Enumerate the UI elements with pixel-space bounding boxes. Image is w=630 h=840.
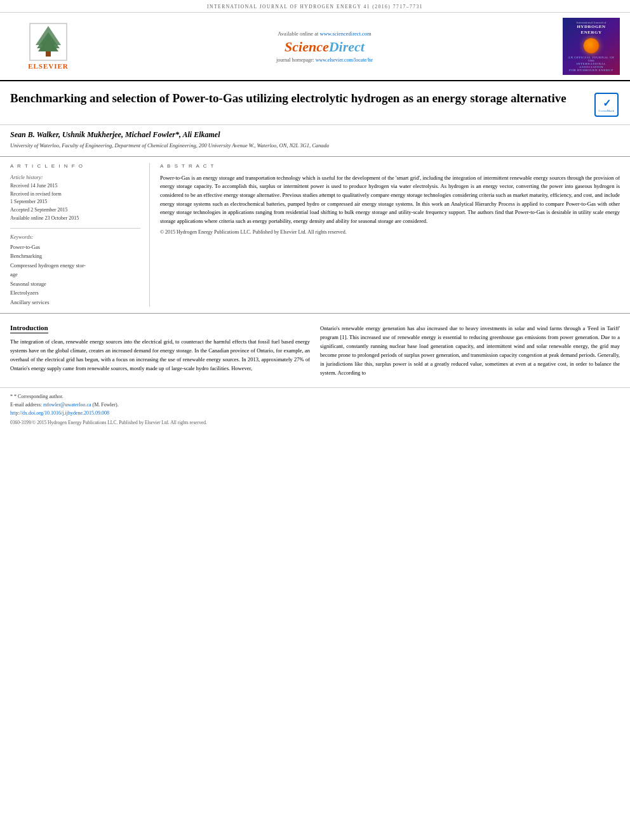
keyword-seasonal-storage: Seasonal storage xyxy=(10,279,140,288)
keyword-compressed-hydrogen: Compressed hydrogen energy stor-age xyxy=(10,261,140,279)
crossmark-badge[interactable]: ✓ CrossMark xyxy=(594,93,620,118)
svg-rect-4 xyxy=(46,51,51,57)
keyword-ancillary-services: Ancillary services xyxy=(10,298,140,307)
journal-header: INTERNATIONAL JOURNAL OF HYDROGEN ENERGY… xyxy=(0,0,630,13)
introduction-right-text: Ontario's renewable energy generation ha… xyxy=(320,324,620,377)
crossmark-label: CrossMark xyxy=(599,109,615,112)
abstract-section-label: A B S T R A C T xyxy=(160,163,620,169)
article-title: Benchmarking and selection of Power-to-G… xyxy=(10,90,588,107)
keyword-power-to-gas: Power-to-Gas xyxy=(10,243,140,251)
publisher-header: ELSEVIER Available online at www.science… xyxy=(0,13,630,81)
cover-orb-graphic xyxy=(584,38,599,53)
doi-line: http://dx.doi.org/10.1016/j.ijhydene.201… xyxy=(10,410,620,418)
email-person: (M. Fowler). xyxy=(93,402,119,408)
page-footer: * * Corresponding author. E-mail address… xyxy=(0,387,630,429)
doi-link[interactable]: http://dx.doi.org/10.1016/j.ijhydene.201… xyxy=(10,410,109,416)
sciencedirect-logo: ScienceDirect xyxy=(86,39,563,55)
elsevier-wordmark: ELSEVIER xyxy=(28,62,69,70)
keywords-label: Keywords: xyxy=(10,234,140,240)
abstract-copyright: © 2015 Hydrogen Energy Publications LLC.… xyxy=(160,229,620,235)
email-label: E-mail address: xyxy=(10,402,42,408)
abstract-column: A B S T R A C T Power-to-Gas is an energ… xyxy=(160,163,620,307)
footer-copyright: 0360-3199/© 2015 Hydrogen Energy Publica… xyxy=(10,420,620,425)
article-info-section-label: A R T I C L E I N F O xyxy=(10,163,140,169)
history-accepted: Accepted 2 September 2015 xyxy=(10,206,140,215)
article-title-wrapper: Benchmarking and selection of Power-to-G… xyxy=(10,90,588,107)
history-received: Received 14 June 2015 xyxy=(10,182,140,190)
elsevier-tree-icon xyxy=(29,23,67,61)
article-title-section: Benchmarking and selection of Power-to-G… xyxy=(0,81,630,125)
keyword-electrolyzers: Electrolyzers xyxy=(10,288,140,297)
journal-homepage: journal homepage: www.elsevier.com/locat… xyxy=(86,57,563,63)
introduction-left-text: The integration of clean, renewable ener… xyxy=(10,337,310,373)
history-revised-label: Received in revised form xyxy=(10,190,140,199)
introduction-right-col: Ontario's renewable energy generation ha… xyxy=(320,324,620,377)
introduction-left-col: Introduction The integration of clean, r… xyxy=(10,324,310,377)
introduction-two-col: Introduction The integration of clean, r… xyxy=(10,324,620,377)
authors-line: Sean B. Walker, Ushnik Mukherjee, Michae… xyxy=(10,130,620,140)
history-available: Available online 23 October 2015 xyxy=(10,215,140,223)
available-online-text: Available online at www.sciencedirect.co… xyxy=(86,30,563,37)
corresponding-author-note: * * Corresponding author. xyxy=(10,393,620,401)
cover-title-text: HYDROGENENERGY xyxy=(577,24,605,36)
abstract-text: Power-to-Gas is an energy storage and tr… xyxy=(160,174,620,226)
publisher-center: Available online at www.sciencedirect.co… xyxy=(86,30,563,63)
elsevier-logo: ELSEVIER xyxy=(10,23,86,70)
email-note: E-mail address: mfowler@uwaterloo.ca (M.… xyxy=(10,401,620,410)
cover-subtitle-text: AN OFFICIAL JOURNAL OF THEINTERNATIONAL … xyxy=(565,56,617,72)
introduction-section: Introduction The integration of clean, r… xyxy=(0,324,630,377)
article-info-abstract-section: A R T I C L E I N F O Article history: R… xyxy=(0,156,630,314)
article-history-label: Article history: xyxy=(10,174,140,180)
sciencedirect-url[interactable]: www.sciencedirect.com xyxy=(320,30,372,37)
journal-cover-thumbnail: International Journal of HYDROGENENERGY … xyxy=(563,18,620,75)
journal-homepage-link[interactable]: www.elsevier.com/locate/he xyxy=(316,57,373,63)
authors-section: Sean B. Walker, Ushnik Mukherjee, Michae… xyxy=(0,125,630,152)
keyword-benchmarking: Benchmarking xyxy=(10,251,140,260)
email-link[interactable]: mfowler@uwaterloo.ca xyxy=(43,402,91,408)
divider xyxy=(10,228,140,229)
introduction-heading: Introduction xyxy=(10,324,48,333)
history-revised-date: 1 September 2015 xyxy=(10,198,140,206)
journal-header-text: INTERNATIONAL JOURNAL OF HYDROGEN ENERGY… xyxy=(207,4,423,10)
affiliation-line: University of Waterloo, Faculty of Engin… xyxy=(10,142,620,150)
article-info-column: A R T I C L E I N F O Article history: R… xyxy=(10,163,150,307)
crossmark-inner: ✓ CrossMark xyxy=(594,93,619,117)
